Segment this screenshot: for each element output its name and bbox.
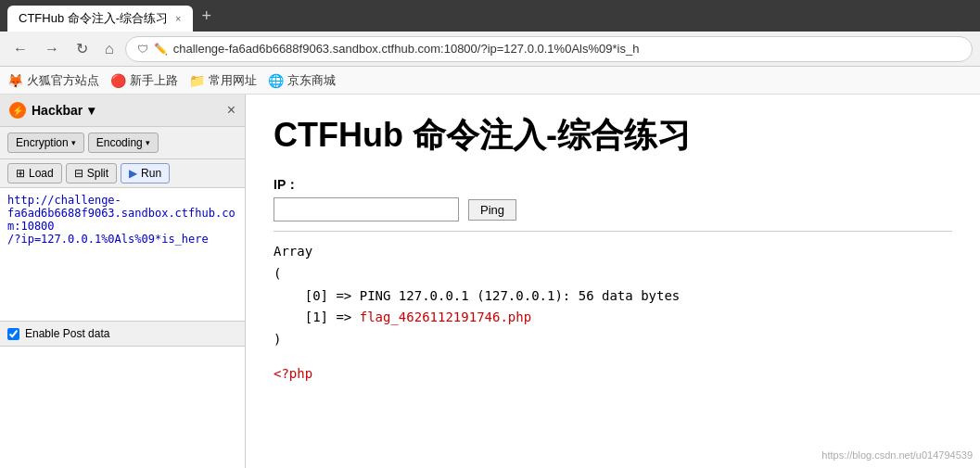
load-icon: ⊞: [16, 167, 25, 180]
hackbar-title: ⚡ Hackbar ▾: [9, 102, 95, 119]
new-tab-button[interactable]: +: [197, 6, 218, 26]
post-data-area: [0, 347, 245, 468]
encryption-arrow-icon: ▾: [71, 138, 76, 147]
pencil-icon: ✏️: [154, 43, 168, 56]
split-icon: ⊟: [74, 167, 83, 180]
split-button[interactable]: ⊟ Split: [66, 163, 117, 183]
divider: [274, 231, 952, 232]
output-line-1: [1] => flag_4626112191746.php: [274, 307, 952, 329]
bookmark-jd-label: 京东商城: [287, 72, 336, 89]
load-label: Load: [29, 167, 54, 180]
browser-chrome: CTFHub 命令注入-综合练习 × + ← → ↻ ⌂ 🛡 ✏️ challe…: [0, 0, 980, 95]
url-textarea[interactable]: http://challenge-fa6ad6b6688f9063.sandbo…: [0, 188, 245, 322]
php-tag: <?php: [274, 366, 952, 381]
back-button[interactable]: ←: [7, 37, 33, 61]
run-button[interactable]: ▶ Run: [121, 163, 170, 183]
bookmark-newbie[interactable]: 🔴 新手上路: [110, 72, 178, 89]
common-icon: 📁: [189, 73, 205, 88]
enable-post-section: Enable Post data: [0, 322, 245, 347]
bookmark-firefox[interactable]: 🦊 火狐官方站点: [7, 72, 99, 89]
run-icon: ▶: [129, 167, 137, 180]
enable-post-checkbox[interactable]: [7, 328, 19, 340]
address-text: challenge-fa6ad6b6688f9063.sandbox.ctfhu…: [173, 42, 640, 56]
post-data-textarea[interactable]: [0, 347, 245, 402]
bookmark-newbie-label: 新手上路: [130, 72, 178, 89]
sidebar-header: ⚡ Hackbar ▾ ×: [0, 95, 245, 127]
bookmark-jd[interactable]: 🌐 京东商城: [268, 72, 336, 89]
split-label: Split: [87, 167, 108, 180]
encoding-arrow-icon: ▾: [146, 138, 150, 147]
load-button[interactable]: ⊞ Load: [7, 163, 62, 183]
ping-form: Ping: [274, 197, 952, 221]
newbie-icon: 🔴: [110, 73, 126, 88]
jd-icon: 🌐: [268, 73, 284, 88]
bookmark-common-label: 常用网址: [209, 72, 257, 89]
active-tab[interactable]: CTFHub 命令注入-综合练习 ×: [7, 6, 193, 32]
hackbar-chevron: ▾: [88, 103, 95, 118]
page-title: CTFHub 命令注入-综合练习: [274, 113, 952, 158]
bookmark-common[interactable]: 📁 常用网址: [189, 72, 257, 89]
address-bar[interactable]: 🛡 ✏️ challenge-fa6ad6b6688f9063.sandbox.…: [125, 36, 973, 62]
action-buttons: ⊞ Load ⊟ Split ▶ Run: [0, 159, 245, 188]
bookmarks-bar: 🦊 火狐官方站点 🔴 新手上路 📁 常用网址 🌐 京东商城: [0, 67, 980, 95]
flag-filename: flag_4626112191746.php: [360, 310, 531, 324]
main-layout: ⚡ Hackbar ▾ × Encryption ▾ Encoding ▾ ⊞ …: [0, 95, 980, 468]
shield-icon: 🛡: [137, 43, 148, 56]
page-content: CTFHub 命令注入-综合练习 IP： Ping Array ( [0] =>…: [246, 95, 980, 468]
encryption-label: Encryption: [16, 136, 69, 149]
enable-post-label[interactable]: Enable Post data: [25, 327, 109, 340]
nav-bar: ← → ↻ ⌂ 🛡 ✏️ challenge-fa6ad6b6688f9063.…: [0, 32, 980, 67]
ping-button[interactable]: Ping: [468, 199, 516, 221]
encoding-dropdown[interactable]: Encoding ▾: [88, 133, 159, 153]
output-paren-open: (: [274, 263, 952, 285]
reload-button[interactable]: ↻: [70, 36, 94, 61]
home-button[interactable]: ⌂: [99, 37, 120, 61]
output-line-0: [0] => PING 127.0.0.1 (127.0.0.1): 56 da…: [274, 285, 952, 308]
ip-label: IP：: [274, 177, 299, 194]
bookmark-firefox-label: 火狐官方站点: [27, 72, 99, 89]
hackbar-logo-icon: ⚡: [9, 102, 26, 119]
tab-title: CTFHub 命令注入-综合练习: [19, 10, 168, 27]
run-label: Run: [141, 167, 161, 180]
tab-bar: CTFHub 命令注入-综合练习 × +: [0, 0, 980, 32]
output-array: Array: [274, 241, 952, 263]
hackbar-name: Hackbar: [32, 103, 83, 118]
hackbar-toolbar: Encryption ▾ Encoding ▾: [0, 127, 245, 159]
hackbar-sidebar: ⚡ Hackbar ▾ × Encryption ▾ Encoding ▾ ⊞ …: [0, 95, 246, 468]
tab-close-button[interactable]: ×: [175, 13, 181, 24]
sidebar-close-button[interactable]: ×: [227, 102, 235, 119]
watermark: https://blog.csdn.net/u014794539: [821, 449, 973, 461]
firefox-icon: 🦊: [7, 73, 23, 88]
ip-form-row: IP：: [274, 177, 952, 194]
output-section: Array ( [0] => PING 127.0.0.1 (127.0.0.1…: [274, 241, 952, 351]
output-paren-close: ): [274, 329, 952, 351]
encoding-label: Encoding: [96, 136, 143, 149]
forward-button[interactable]: →: [39, 37, 65, 61]
ip-input[interactable]: [274, 197, 459, 221]
encryption-dropdown[interactable]: Encryption ▾: [7, 133, 84, 153]
